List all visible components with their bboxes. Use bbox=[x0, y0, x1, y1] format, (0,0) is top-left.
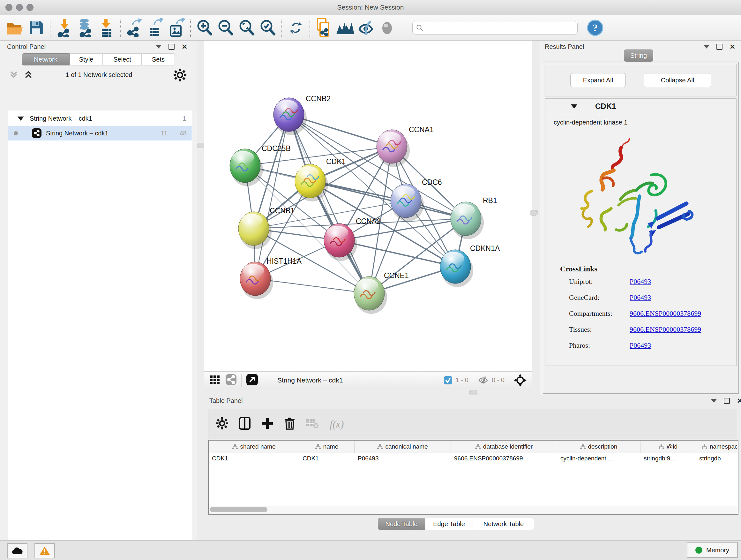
network-canvas[interactable]: CCNB2CCNA1CDC25BCDK1CDC6RB1CCNB1CCNA2CDK… bbox=[204, 41, 532, 371]
open-session-icon[interactable] bbox=[4, 17, 25, 38]
import-network-from-database-icon[interactable] bbox=[75, 17, 96, 38]
float-panel-icon[interactable] bbox=[704, 45, 710, 49]
node-HIST1H1A[interactable] bbox=[240, 262, 273, 299]
crosslink-value[interactable]: P06493 bbox=[630, 294, 651, 302]
new-network-from-selection-icon[interactable] bbox=[313, 17, 334, 38]
collection-expander-icon[interactable] bbox=[17, 117, 24, 121]
collapse-all-icon[interactable] bbox=[8, 70, 19, 81]
export-network-icon[interactable] bbox=[124, 17, 145, 38]
export-table-icon[interactable] bbox=[145, 17, 166, 38]
table-hscrollbar-thumb[interactable] bbox=[210, 507, 267, 512]
column-header-description[interactable]: description bbox=[557, 441, 641, 453]
node-CCNA1[interactable] bbox=[377, 130, 410, 167]
node-CDKN1A[interactable] bbox=[440, 250, 473, 287]
column-header-canonical-name[interactable]: canonical name bbox=[354, 441, 451, 453]
birdseye-crosshair-icon[interactable] bbox=[514, 374, 527, 387]
node-CCNB2[interactable] bbox=[273, 98, 307, 135]
cell-description[interactable]: cyclin-dependent ... bbox=[557, 453, 641, 464]
warning-button[interactable] bbox=[35, 543, 55, 558]
cell-shared-name[interactable]: CDK1 bbox=[209, 453, 299, 464]
column-header-shared-name[interactable]: shared name bbox=[209, 441, 299, 453]
collapse-all-button[interactable]: Collapse All bbox=[644, 73, 711, 87]
expand-all-button[interactable]: Expand All bbox=[570, 73, 626, 87]
expand-all-icon[interactable] bbox=[23, 70, 34, 81]
cloud-button[interactable] bbox=[7, 543, 27, 558]
table-settings-gear-icon[interactable] bbox=[216, 417, 228, 431]
tab-style[interactable]: Style bbox=[70, 53, 103, 65]
zoom-fit-icon[interactable] bbox=[236, 17, 257, 38]
node-CDC25B[interactable] bbox=[230, 149, 263, 186]
tab-network[interactable]: Network bbox=[22, 53, 70, 65]
node-CCNA2[interactable] bbox=[324, 224, 357, 261]
maximize-panel-icon[interactable] bbox=[169, 44, 175, 50]
node-CCNE1[interactable] bbox=[354, 276, 387, 314]
maximize-panel-icon[interactable] bbox=[724, 398, 730, 404]
node-CDK1[interactable] bbox=[295, 164, 328, 201]
network-row[interactable]: String Network – cdk1 11 48 bbox=[8, 126, 192, 140]
crosslink-value[interactable]: 9606.ENSP00000378699 bbox=[630, 309, 701, 318]
float-panel-icon[interactable] bbox=[711, 399, 717, 402]
float-panel-icon[interactable] bbox=[156, 45, 161, 49]
show-columns-icon[interactable] bbox=[239, 417, 251, 431]
first-neighbors-icon[interactable] bbox=[334, 17, 355, 38]
close-panel-icon[interactable]: ✕ bbox=[730, 44, 735, 49]
table-row[interactable]: CDK1CDK1P064939606.ENSP00000378699cyclin… bbox=[209, 453, 738, 464]
tab-edge-table[interactable]: Edge Table bbox=[425, 518, 473, 530]
selected-checkbox-icon[interactable] bbox=[444, 376, 453, 385]
add-column-icon[interactable] bbox=[261, 417, 273, 431]
node-RB1[interactable] bbox=[451, 202, 484, 239]
tab-select[interactable]: Select bbox=[103, 53, 142, 65]
close-panel-icon[interactable]: ✕ bbox=[737, 398, 741, 403]
export-image-icon[interactable] bbox=[166, 17, 187, 38]
tab-string[interactable]: String bbox=[624, 50, 653, 62]
node-CDC6[interactable] bbox=[391, 184, 424, 221]
tab-node-table[interactable]: Node Table bbox=[378, 518, 425, 530]
close-panel-icon[interactable]: ✕ bbox=[182, 44, 187, 49]
column-header-name[interactable]: name bbox=[299, 441, 354, 453]
toolbar-separator bbox=[190, 19, 191, 37]
refresh-layout-icon[interactable] bbox=[285, 17, 307, 38]
grid-view-icon[interactable] bbox=[209, 374, 220, 386]
memory-button[interactable]: Memory bbox=[687, 543, 738, 558]
table-hscrollbar[interactable] bbox=[208, 506, 738, 515]
crosslink-value[interactable]: P06493 bbox=[630, 341, 651, 350]
maximize-panel-icon[interactable] bbox=[717, 44, 723, 50]
crosslink-value[interactable]: P06493 bbox=[630, 277, 651, 286]
network-options-gear-icon[interactable] bbox=[174, 69, 186, 83]
import-network-from-file-icon[interactable] bbox=[54, 17, 75, 38]
cell-canonical-name[interactable]: P06493 bbox=[354, 453, 451, 464]
crosslink-row: GeneCard:P06493 bbox=[569, 294, 729, 302]
protein-structure-image bbox=[571, 127, 705, 261]
cell-@id[interactable]: stringdb:9... bbox=[641, 453, 696, 464]
network-collection-row[interactable]: String Network – cdk1 1 bbox=[8, 111, 192, 126]
show-all-icon[interactable] bbox=[377, 17, 398, 38]
string-view-icon[interactable] bbox=[225, 374, 237, 387]
search-input[interactable] bbox=[412, 21, 578, 35]
column-header-namespace[interactable]: namespace bbox=[696, 441, 738, 453]
crosslink-value[interactable]: 9606.ENSP00000378699 bbox=[630, 325, 701, 334]
zoom-out-icon[interactable] bbox=[215, 17, 236, 38]
hidden-eye-icon[interactable] bbox=[478, 376, 488, 385]
tab-sets[interactable]: Sets bbox=[142, 53, 175, 65]
hide-selected-icon[interactable] bbox=[355, 17, 377, 38]
edge-CCNB2-CCNE1[interactable] bbox=[289, 115, 369, 294]
gene-section-header[interactable]: CDK1 bbox=[545, 99, 736, 114]
bottom-splitter-handle[interactable] bbox=[469, 390, 477, 395]
delete-column-icon[interactable] bbox=[284, 417, 295, 431]
cell-name[interactable]: CDK1 bbox=[299, 453, 354, 464]
column-header-database-identifier[interactable]: database identifier bbox=[451, 441, 557, 453]
zoom-in-icon[interactable] bbox=[194, 17, 215, 38]
search-input-field[interactable] bbox=[423, 24, 565, 32]
save-session-icon[interactable] bbox=[25, 17, 47, 38]
zoom-selected-icon[interactable] bbox=[257, 17, 278, 38]
column-header-@id[interactable]: @id bbox=[641, 441, 696, 453]
right-splitter-handle[interactable] bbox=[530, 210, 538, 215]
cell-database-identifier[interactable]: 9606.ENSP00000378699 bbox=[451, 453, 557, 464]
help-icon[interactable]: ? bbox=[585, 17, 606, 38]
import-table-from-file-icon[interactable] bbox=[96, 17, 117, 38]
tab-network-table[interactable]: Network Table bbox=[473, 518, 534, 530]
node-table[interactable]: shared namenamecanonical namedatabase id… bbox=[208, 440, 738, 514]
detach-view-icon[interactable] bbox=[246, 374, 258, 387]
section-expander-icon[interactable] bbox=[571, 105, 577, 109]
cell-namespace[interactable]: stringdb bbox=[696, 453, 738, 464]
